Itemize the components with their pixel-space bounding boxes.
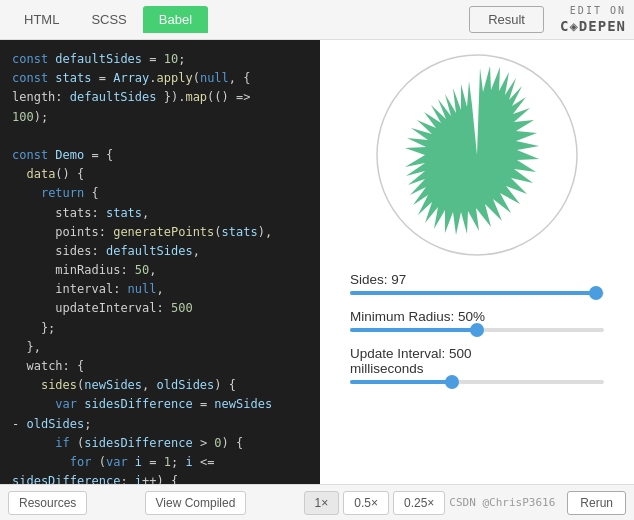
code-line: sides: defaultSides, — [12, 242, 308, 261]
zoom-1x-button[interactable]: 1× — [304, 491, 340, 515]
editor-footer: Resources View Compiled 1× 0.5× 0.25× CS… — [0, 484, 634, 520]
tab-result[interactable]: Result — [469, 6, 544, 33]
visualization — [372, 50, 582, 260]
code-line: sidesDifference; i++) { — [12, 472, 308, 484]
codepen-brand: C◈DEPEN — [560, 18, 626, 34]
update-interval-slider-track — [350, 380, 604, 384]
code-line — [12, 127, 308, 146]
resources-button[interactable]: Resources — [8, 491, 87, 515]
codepen-edit-on: EDIT ON — [560, 4, 626, 17]
min-radius-control: Minimum Radius: 50% — [350, 309, 604, 332]
code-line: if (sidesDifference > 0) { — [12, 434, 308, 453]
sides-control: Sides: 97 — [350, 272, 604, 295]
update-interval-slider-thumb[interactable] — [445, 375, 459, 389]
csdn-watermark: CSDN @ChrisP3616 — [449, 496, 555, 509]
zoom-05x-button[interactable]: 0.5× — [343, 491, 389, 515]
update-interval-slider-fill — [350, 380, 452, 384]
code-line: var sidesDifference = newSides — [12, 395, 308, 414]
code-line: stats: stats, — [12, 204, 308, 223]
update-interval-control: Update Interval: 500 milliseconds — [350, 346, 604, 384]
min-radius-slider-fill — [350, 328, 477, 332]
code-line: const Demo = { — [12, 146, 308, 165]
code-line: 100); — [12, 108, 308, 127]
main-content: const defaultSides = 10; const stats = A… — [0, 40, 634, 484]
code-line: interval: null, — [12, 280, 308, 299]
code-line: - oldSides; — [12, 415, 308, 434]
codepen-logo: EDIT ON C◈DEPEN — [560, 4, 626, 35]
code-line: updateInterval: 500 — [12, 299, 308, 318]
code-line: points: generatePoints(stats), — [12, 223, 308, 242]
tab-babel[interactable]: Babel — [143, 6, 208, 33]
zoom-025x-button[interactable]: 0.25× — [393, 491, 445, 515]
editor-header: HTML SCSS Babel Result EDIT ON C◈DEPEN — [0, 0, 634, 40]
code-line: return { — [12, 184, 308, 203]
view-compiled-button[interactable]: View Compiled — [145, 491, 247, 515]
tab-html[interactable]: HTML — [8, 6, 75, 33]
code-line: const stats = Array.apply(null, { — [12, 69, 308, 88]
rerun-button[interactable]: Rerun — [567, 491, 626, 515]
code-line: }, — [12, 338, 308, 357]
min-radius-label: Minimum Radius: 50% — [350, 309, 604, 324]
code-line: sides(newSides, oldSides) { — [12, 376, 308, 395]
code-line: minRadius: 50, — [12, 261, 308, 280]
sides-slider-fill — [350, 291, 596, 295]
sides-label: Sides: 97 — [350, 272, 604, 287]
min-radius-slider-track — [350, 328, 604, 332]
code-line: data() { — [12, 165, 308, 184]
code-line: const defaultSides = 10; — [12, 50, 308, 69]
controls-area: Sides: 97 Minimum Radius: 50% Update Int… — [340, 272, 614, 398]
code-line: for (var i = 1; i <= — [12, 453, 308, 472]
tab-scss[interactable]: SCSS — [75, 6, 142, 33]
code-editor[interactable]: const defaultSides = 10; const stats = A… — [0, 40, 320, 484]
code-line: length: defaultSides }).map(() => — [12, 88, 308, 107]
result-panel: Sides: 97 Minimum Radius: 50% Update Int… — [320, 40, 634, 484]
sides-slider-track — [350, 291, 604, 295]
update-interval-label: Update Interval: 500 milliseconds — [350, 346, 604, 376]
code-line: }; — [12, 319, 308, 338]
sides-slider-thumb[interactable] — [589, 286, 603, 300]
min-radius-slider-thumb[interactable] — [470, 323, 484, 337]
code-line: watch: { — [12, 357, 308, 376]
